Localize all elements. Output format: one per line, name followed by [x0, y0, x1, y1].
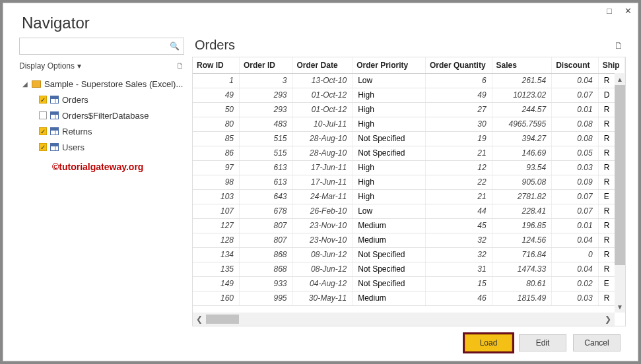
cell: 22	[425, 175, 492, 189]
display-options-label: Display Options	[19, 61, 75, 71]
cell: 515	[239, 131, 292, 146]
tree-item[interactable]: ✓Returns	[19, 123, 184, 139]
cell: 4965.7595	[492, 117, 552, 131]
scroll-down-icon[interactable]: ▼	[615, 301, 625, 313]
cell: High	[353, 102, 426, 117]
cell: 868	[239, 247, 292, 262]
cell: 124.56	[492, 233, 552, 247]
cell: 293	[239, 88, 292, 102]
cell: Not Specified	[353, 276, 426, 291]
tree-item-label: Orders$FilterDatabase	[62, 111, 149, 121]
cell: 13-Oct-10	[292, 73, 353, 88]
table-row[interactable]: 13486808-Jun-12Not Specified32716.840R	[193, 247, 625, 262]
cancel-button[interactable]: Cancel	[573, 334, 621, 351]
hscroll-thumb[interactable]	[206, 315, 239, 324]
cell: 01-Oct-12	[292, 88, 353, 102]
cell: 1	[193, 73, 239, 88]
cell: High	[353, 175, 426, 189]
cell: 135	[193, 262, 239, 276]
cell: 0.07	[552, 204, 598, 218]
tree-item[interactable]: ✓Orders	[19, 92, 184, 107]
table-row[interactable]: 14993304-Aug-12Not Specified1580.610.02E	[193, 276, 625, 291]
cell: 807	[239, 233, 292, 247]
cell: 0.04	[552, 73, 598, 88]
cell: 08-Jun-12	[292, 247, 353, 262]
table-row[interactable]: 9761317-Jun-11High1293.540.03R	[193, 160, 625, 175]
table-row[interactable]: 4929301-Oct-12High4910123.020.07D	[193, 88, 625, 102]
column-header[interactable]: Order Priority	[353, 57, 426, 73]
cell: 995	[239, 291, 292, 305]
cell: 107	[193, 204, 239, 218]
cell: 127	[193, 218, 239, 233]
cell: 0.07	[552, 189, 598, 204]
scroll-left-icon[interactable]: ❮	[193, 315, 206, 324]
cell: 905.08	[492, 175, 552, 189]
display-options[interactable]: Display Options ▾ 🗋	[19, 59, 184, 76]
tree-item-label: Returns	[62, 127, 92, 136]
checkbox[interactable]: ✓	[39, 127, 47, 135]
column-header[interactable]: Order Date	[292, 57, 353, 73]
cell: 24-Mar-11	[292, 189, 353, 204]
search-input[interactable]	[24, 42, 170, 51]
preview-options-icon[interactable]: 🗋	[614, 40, 623, 51]
table-icon	[50, 143, 59, 151]
cell: Not Specified	[353, 146, 426, 160]
table-row[interactable]: 12880723-Nov-10Medium32124.560.04R	[193, 233, 625, 247]
horizontal-scrollbar[interactable]: ❮ ❯	[193, 313, 615, 326]
cell: 26-Feb-10	[292, 204, 353, 218]
chevron-down-icon: ▾	[77, 61, 81, 71]
column-header[interactable]: Ship	[598, 57, 624, 73]
search-icon[interactable]: 🔍	[170, 42, 180, 51]
column-header[interactable]: Order ID	[239, 57, 292, 73]
table-row[interactable]: 12780723-Nov-10Medium45196.850.01R	[193, 218, 625, 233]
table-row[interactable]: 10364324-Mar-11High212781.820.07E	[193, 189, 625, 204]
cell: 0.04	[552, 233, 598, 247]
cell: 134	[193, 247, 239, 262]
checkbox[interactable]	[39, 111, 47, 119]
cell: 97	[193, 160, 239, 175]
tree-item[interactable]: ✓Users	[19, 139, 184, 155]
table-icon	[50, 111, 59, 119]
scroll-thumb[interactable]	[615, 85, 625, 265]
preview-panel: Orders 🗋 Row IDOrder IDOrder DateOrder P…	[192, 38, 626, 326]
checkbox[interactable]: ✓	[39, 143, 47, 151]
column-header[interactable]: Discount	[552, 57, 598, 73]
checkbox[interactable]: ✓	[39, 96, 47, 104]
cell: 244.57	[492, 102, 552, 117]
table-row[interactable]: 9861317-Jun-11High22905.080.09R	[193, 175, 625, 189]
scroll-up-icon[interactable]: ▲	[615, 73, 625, 85]
collapse-icon[interactable]: ◢	[22, 80, 28, 88]
column-header[interactable]: Row ID	[193, 57, 239, 73]
cell: 0.03	[552, 291, 598, 305]
table-row[interactable]: 1313-Oct-10Low6261.540.04R	[193, 73, 625, 88]
cell: Low	[353, 204, 426, 218]
table-row[interactable]: 13586808-Jun-12Not Specified311474.330.0…	[193, 262, 625, 276]
cell: High	[353, 160, 426, 175]
table-row[interactable]: 8651528-Aug-10Not Specified21146.690.05R	[193, 146, 625, 160]
cell: 807	[239, 218, 292, 233]
vertical-scrollbar[interactable]: ▲ ▼	[615, 73, 625, 313]
table-row[interactable]: 8048310-Jul-11High304965.75950.08R	[193, 117, 625, 131]
table-row[interactable]: 10767826-Feb-10Low44228.410.07R	[193, 204, 625, 218]
column-header[interactable]: Sales	[492, 57, 552, 73]
tree-item[interactable]: Orders$FilterDatabase	[19, 107, 184, 123]
table-row[interactable]: 16099530-May-11Medium461815.490.03R	[193, 291, 625, 305]
cell: 933	[239, 276, 292, 291]
tree-root[interactable]: ◢ Sample - Superstore Sales (Excel)...	[19, 76, 184, 92]
table-row[interactable]: 8551528-Aug-10Not Specified19394.270.08R	[193, 131, 625, 146]
load-button[interactable]: Load	[465, 334, 512, 351]
cell: 293	[239, 102, 292, 117]
cell: 45	[425, 218, 492, 233]
cell: 0.02	[552, 276, 598, 291]
cell: 515	[239, 146, 292, 160]
search-input-container[interactable]: 🔍	[19, 38, 184, 55]
column-header[interactable]: Order Quantity	[425, 57, 492, 73]
table-row[interactable]: 5029301-Oct-12High27244.570.01R	[193, 102, 625, 117]
cell: 08-Jun-12	[292, 262, 353, 276]
scroll-right-icon[interactable]: ❯	[601, 315, 615, 324]
cell: 716.84	[492, 247, 552, 262]
cell: 10-Jul-11	[292, 117, 353, 131]
cell: 50	[193, 102, 239, 117]
refresh-icon[interactable]: 🗋	[176, 61, 184, 71]
edit-button[interactable]: Edit	[519, 334, 566, 351]
